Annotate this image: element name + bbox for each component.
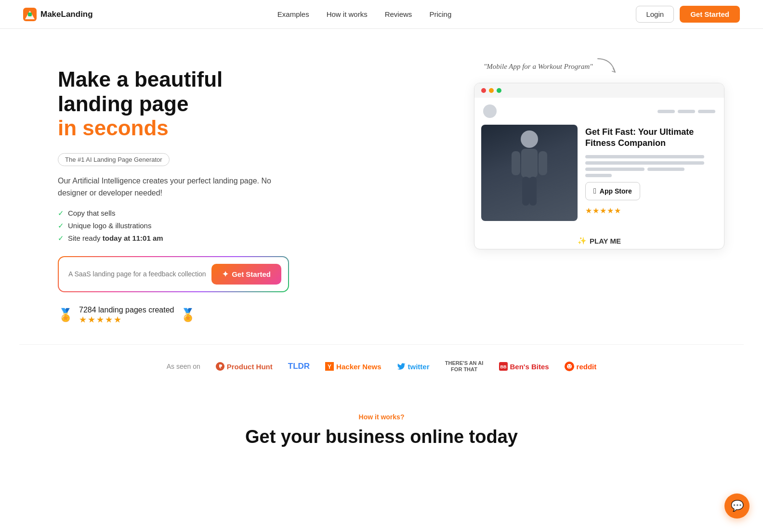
- nav-reviews[interactable]: Reviews: [385, 10, 412, 18]
- hero-stars: ★★★★★: [79, 314, 174, 325]
- check-icon-3: ✓: [58, 234, 64, 243]
- get-started-nav-button[interactable]: Get Started: [680, 6, 740, 23]
- hero-description: Our Artificial Intelligence creates your…: [58, 175, 289, 199]
- how-it-works-section: How it works? Get your business online t…: [0, 384, 763, 467]
- hackernews-icon: Y: [325, 362, 334, 371]
- nav-links: Examples How it works Reviews Pricing: [277, 10, 451, 18]
- svg-point-3: [521, 130, 538, 148]
- apple-icon: : [593, 187, 596, 195]
- svg-rect-7: [522, 177, 529, 206]
- hiw-section-title: Get your business online today: [39, 427, 724, 447]
- dot-green-icon: [497, 88, 501, 93]
- as-seen-label: As seen on: [167, 363, 200, 370]
- twitter-icon: [397, 362, 406, 371]
- svg-rect-4: [521, 149, 538, 178]
- sparkle-play-icon: ✨: [578, 236, 587, 245]
- mock-logo-circle: [483, 104, 497, 118]
- mock-image: [481, 125, 578, 221]
- badge: The #1 AI Landing Page Generator: [58, 153, 170, 166]
- dot-yellow-icon: [489, 88, 494, 93]
- play-me-row: ✨ PLAY ME: [474, 228, 724, 249]
- dot-red-icon: [481, 88, 486, 93]
- mock-text-lines: [585, 155, 717, 177]
- brand-producthunt: Product Hunt: [216, 362, 273, 371]
- app-store-label: App Store: [600, 187, 632, 195]
- nav-actions: Login Get Started: [636, 6, 740, 23]
- svg-rect-6: [539, 151, 547, 175]
- sparkle-icon: ✦: [222, 270, 228, 279]
- mock-nav-lines: [658, 110, 715, 113]
- mock-text-line-4: [647, 168, 684, 171]
- brand-tldr: TLDR: [288, 362, 310, 371]
- curved-arrow-icon: [597, 58, 618, 75]
- brand-twitter: twitter: [397, 362, 430, 371]
- app-store-button[interactable]:  App Store: [585, 182, 640, 200]
- hiw-section-label: How it works?: [39, 413, 724, 421]
- nav-pricing[interactable]: Pricing: [429, 10, 451, 18]
- producthunt-icon: [216, 362, 224, 371]
- navigation: MakeLanding Examples How it works Review…: [0, 0, 763, 29]
- hero-title: Make a beautiful landing page in seconds: [58, 67, 289, 141]
- mock-inner: Get Fit Fast: Your Ultimate Fitness Comp…: [474, 98, 724, 228]
- hero-left: Make a beautiful landing page in seconds…: [58, 58, 289, 325]
- hero-section: Make a beautiful landing page in seconds…: [0, 29, 763, 344]
- laurel-right-icon: 🏅: [180, 308, 196, 323]
- svg-rect-8: [529, 177, 537, 206]
- mock-text-line-2: [585, 161, 704, 165]
- feature-logo: ✓ Unique logo & illustrations: [58, 221, 289, 230]
- svg-point-16: [568, 365, 569, 366]
- fitness-figure-icon: [498, 125, 561, 221]
- svg-rect-5: [512, 151, 520, 175]
- logo[interactable]: MakeLanding: [23, 8, 93, 21]
- prompt-input[interactable]: [68, 270, 206, 278]
- mock-stars: ★★★★★: [585, 206, 717, 215]
- get-started-main-button[interactable]: ✦ Get Started: [211, 264, 281, 285]
- feature-site-ready: ✓ Site ready today at 11:01 am: [58, 234, 289, 243]
- input-area: ✦ Get Started: [58, 256, 289, 292]
- mock-text-line-row: [585, 168, 717, 171]
- mock-text-line-5: [585, 174, 612, 177]
- mock-text-line-3: [585, 168, 645, 171]
- laurel-left-icon: 🏅: [58, 308, 73, 323]
- play-me-label: PLAY ME: [590, 237, 621, 245]
- login-button[interactable]: Login: [636, 6, 674, 23]
- feature-list: ✓ Copy that sells ✓ Unique logo & illust…: [58, 209, 289, 243]
- prompt-text: "Mobile App for a Workout Program": [484, 63, 593, 71]
- nav-how-it-works[interactable]: How it works: [327, 10, 368, 18]
- brand-aiforthat: THERE'S AN AI FOR THAT: [445, 360, 484, 373]
- nav-examples[interactable]: Examples: [277, 10, 309, 18]
- check-icon-1: ✓: [58, 209, 64, 218]
- as-seen-on: As seen on Product Hunt TLDR Y Hacker Ne…: [19, 344, 744, 384]
- mock-info: Get Fit Fast: Your Ultimate Fitness Comp…: [585, 125, 717, 221]
- feature-copy: ✓ Copy that sells: [58, 209, 289, 218]
- stats: 🏅 7284 landing pages created ★★★★★ 🏅: [58, 306, 289, 325]
- browser-mock: Get Fit Fast: Your Ultimate Fitness Comp…: [474, 83, 724, 249]
- logo-text: MakeLanding: [40, 10, 93, 19]
- stats-content: 7284 landing pages created ★★★★★: [79, 306, 174, 325]
- brand-reddit: reddit: [565, 362, 597, 371]
- play-me-button[interactable]: ✨ PLAY ME: [578, 236, 621, 245]
- hero-title-accent: in seconds: [58, 116, 169, 140]
- svg-rect-2: [28, 13, 32, 16]
- brand-bensbites: BB Ben's Bites: [499, 362, 549, 371]
- mock-nav-line-1: [658, 110, 675, 113]
- logo-icon: [23, 8, 37, 21]
- svg-point-17: [570, 365, 571, 366]
- browser-bar: [474, 83, 724, 98]
- mock-body: Get Fit Fast: Your Ultimate Fitness Comp…: [481, 125, 717, 221]
- mock-nav: [481, 104, 717, 118]
- prompt-bubble: "Mobile App for a Workout Program": [484, 58, 618, 75]
- mock-nav-line-2: [678, 110, 695, 113]
- reddit-icon: [565, 362, 574, 371]
- svg-text:BB: BB: [500, 364, 506, 369]
- check-icon-2: ✓: [58, 221, 64, 230]
- mock-app-title: Get Fit Fast: Your Ultimate Fitness Comp…: [585, 127, 717, 149]
- stats-text: 7284 landing pages created: [79, 306, 174, 314]
- brand-hackernews: Y Hacker News: [325, 362, 381, 371]
- mock-text-line-1: [585, 155, 704, 158]
- mock-nav-line-3: [698, 110, 715, 113]
- svg-text:Y: Y: [328, 363, 331, 370]
- hero-right: "Mobile App for a Workout Program": [474, 58, 724, 249]
- bensbites-icon: BB: [499, 362, 508, 371]
